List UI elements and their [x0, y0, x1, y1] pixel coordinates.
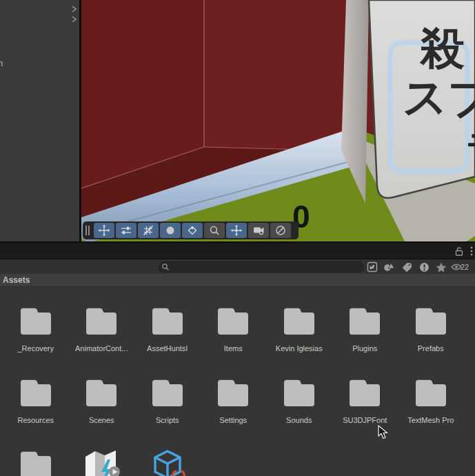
asset-label: Settings [219, 416, 247, 424]
sign-text-partial-right: ラ [465, 128, 475, 168]
search-by-type-button[interactable] [383, 261, 395, 272]
asset-label: Items [224, 344, 243, 353]
search-by-importance-button[interactable] [418, 261, 430, 272]
search-input[interactable] [159, 261, 364, 272]
camera-icon [252, 224, 265, 237]
folder-icon [347, 305, 382, 335]
open-in-picker-icon [367, 261, 378, 272]
asset-folder[interactable]: Settings [201, 377, 266, 448]
asset-folder[interactable]: AssetHuntsI [134, 305, 200, 377]
asset-folder[interactable]: _Recovery [3, 305, 68, 377]
chevron-right-icon[interactable] [70, 5, 78, 13]
unity-editor-window: n [0, 0, 475, 476]
hidden-count-label: 22 [461, 263, 469, 271]
scene-tools-overlay [83, 221, 299, 239]
asset-label: Scenes [89, 416, 114, 424]
open-in-picker-button[interactable] [366, 261, 378, 272]
asset-folder[interactable]: Scripts [134, 377, 200, 448]
asset-grid: _Recovery AnimatorCont... AssetHuntsI It… [0, 287, 475, 476]
asset-folder[interactable]: Resources [3, 377, 68, 448]
tool-settings-button[interactable] [116, 223, 137, 238]
tag-icon [402, 262, 412, 272]
search-by-label-button[interactable] [401, 261, 413, 272]
unlocked-padlock-icon[interactable] [454, 246, 464, 256]
breadcrumb-bar: Assets [0, 274, 475, 287]
asset-folder[interactable]: AnimatorCont... [69, 305, 134, 377]
folder-icon [19, 448, 53, 476]
scene-viewport[interactable]: 殺 スプ ラ 0 [81, 0, 475, 241]
asset-folder[interactable]: Items [201, 305, 266, 377]
orientation-compass-button[interactable] [270, 223, 291, 238]
asset-label: _Recovery [17, 344, 54, 353]
folder-icon [414, 377, 448, 407]
folder-icon [19, 377, 53, 407]
asset-label: AnimatorCont... [75, 344, 128, 353]
folder-icon [282, 377, 316, 407]
asset-folder[interactable]: Plugins [332, 305, 398, 377]
gizmo-diamond-icon [186, 224, 199, 237]
asset-label: AssetHuntsI [147, 344, 188, 353]
favorites-button[interactable] [435, 261, 447, 272]
asset-label: SU3DJPFont [343, 416, 387, 424]
mouse-cursor [378, 425, 389, 440]
chevron-right-icon[interactable] [70, 15, 78, 23]
asset-label: Kevin Iglesias [276, 344, 323, 353]
scene-search-button[interactable] [204, 223, 225, 238]
folder-icon [216, 305, 250, 335]
folder-icon [347, 377, 382, 407]
asset-label: Resources [17, 416, 54, 424]
star-icon [436, 262, 447, 272]
sphere-icon [164, 224, 176, 237]
folder-icon [150, 305, 185, 335]
sign-text-line2: スプ [403, 72, 475, 122]
sign-text-line1: 殺 [419, 23, 465, 73]
asset-label: Prefabs [418, 344, 444, 353]
scene-camera-button[interactable] [248, 223, 269, 238]
asset-folder[interactable] [3, 448, 68, 476]
search-icon [208, 224, 221, 237]
breadcrumb[interactable]: Assets [0, 275, 30, 285]
folder-icon [84, 305, 119, 335]
asset-folder[interactable]: TextMesh Pro [398, 377, 463, 448]
scene-render: 殺 スプ ラ 0 [81, 0, 475, 241]
asset-folder[interactable]: Scenes [69, 377, 134, 448]
asset-label: Plugins [352, 344, 377, 353]
asset-label: TextMesh Pro [407, 416, 454, 424]
exclamation-circle-icon [419, 262, 429, 272]
asset-folder[interactable]: Prefabs [398, 305, 463, 377]
folder-icon [150, 377, 185, 407]
asset-label: Scripts [156, 416, 179, 424]
grid-slash-icon [142, 224, 154, 237]
pivot-icon [230, 224, 243, 237]
grid-visibility-button[interactable] [138, 223, 159, 238]
move-tool-button[interactable] [94, 223, 114, 238]
asset-model[interactable] [69, 448, 134, 476]
gizmos-button[interactable] [182, 223, 203, 238]
search-icon [161, 263, 170, 271]
scene-picking-button[interactable] [160, 223, 181, 238]
hierarchy-item-truncated[interactable]: n [0, 58, 3, 68]
folder-icon [282, 305, 316, 335]
overlay-drag-handle[interactable] [85, 226, 91, 235]
compass-icon [274, 224, 287, 237]
model-asset-icon [81, 448, 121, 476]
folder-icon [216, 377, 250, 407]
shapes-icon [383, 262, 395, 272]
hierarchy-panel: n [0, 0, 79, 241]
folder-icon [414, 305, 448, 335]
sliders-icon [120, 224, 132, 237]
asset-folder[interactable]: Sounds [266, 377, 332, 448]
project-tab-strip [0, 243, 475, 259]
cube-braces-icon [150, 448, 185, 476]
project-toolbar: 22 [0, 259, 475, 274]
asset-label: Sounds [286, 416, 312, 424]
folder-icon [19, 305, 53, 335]
project-panel: 22 Assets _Recovery AnimatorCont... Asse… [0, 243, 475, 476]
move-icon [98, 224, 110, 237]
asset-scripted-prefab[interactable] [134, 448, 200, 476]
asset-folder[interactable]: Kevin Iglesias [266, 305, 332, 377]
folder-icon [84, 377, 119, 407]
center-pivot-button[interactable] [226, 223, 247, 238]
kebab-menu-icon[interactable] [469, 246, 474, 257]
